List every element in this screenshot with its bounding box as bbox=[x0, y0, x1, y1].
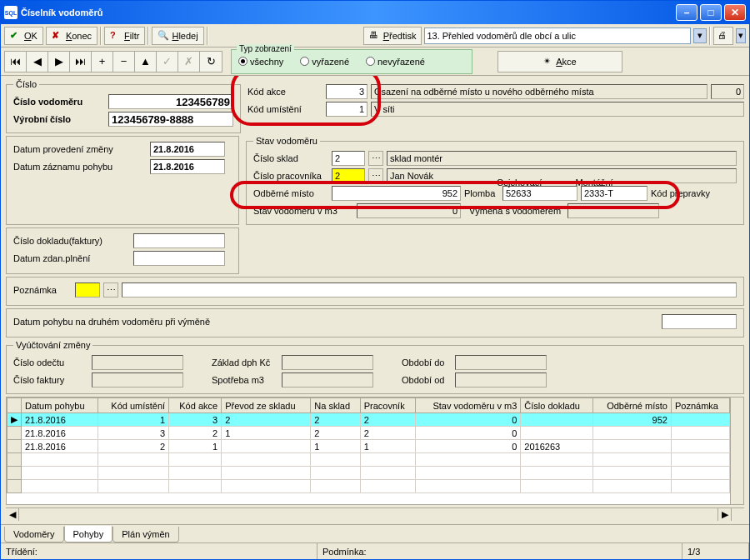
plomba-mont-field[interactable]: 2333-T bbox=[581, 186, 648, 201]
grid-header[interactable]: Kód akce bbox=[169, 398, 222, 413]
typ-zobrazeni-legend: Typ zobrazení bbox=[237, 44, 294, 53]
datum-zaznamu-field[interactable]: 21.8.2016 bbox=[150, 159, 225, 174]
nav-prev[interactable]: ◀ bbox=[27, 52, 48, 72]
stav-vodomeru-group: Stav vodoměru Číslo sklad 2 ⋯ sklad mont… bbox=[246, 136, 744, 225]
plomba-cejch-field[interactable]: 52633 bbox=[502, 186, 578, 201]
lbl-montazni: Montážní bbox=[575, 178, 612, 188]
datum-zdan-field[interactable] bbox=[133, 251, 225, 266]
lbl-plomba: Plomba bbox=[464, 188, 499, 198]
lbl-cislo-pracovnika: Číslo pracovníka bbox=[253, 171, 328, 181]
print-button[interactable]: 🖨 bbox=[713, 27, 733, 45]
lbl-cislo-vodomeru: Číslo vodoměru bbox=[13, 97, 105, 107]
radio-vyrazene[interactable]: vyřazené bbox=[300, 57, 349, 67]
nav-last[interactable]: ⏭ bbox=[70, 52, 92, 72]
grid-header[interactable]: Na sklad bbox=[311, 398, 360, 413]
poznamka-code-field[interactable] bbox=[75, 282, 100, 298]
grid-header[interactable]: Datum pohybu bbox=[22, 398, 98, 413]
table-row[interactable] bbox=[8, 467, 730, 480]
cislo-vodomeru-field[interactable]: 123456789 bbox=[108, 94, 233, 109]
grid-vscroll[interactable] bbox=[730, 398, 743, 504]
pracovnik-lookup-button[interactable]: ⋯ bbox=[368, 168, 383, 183]
highlight-oval-1 bbox=[231, 76, 381, 126]
grid-header[interactable]: Kód umístění bbox=[98, 398, 169, 413]
nav-edit[interactable]: ▲ bbox=[135, 52, 157, 72]
window-title: Číselník vodoměrů bbox=[21, 8, 676, 18]
nav-add[interactable]: + bbox=[92, 52, 113, 72]
spotreba-m3-field bbox=[282, 372, 373, 388]
table-row[interactable]: 21.8.2016211102016263 bbox=[8, 440, 730, 453]
doklad-panel: Číslo dokladu(faktury) Datum zdan.plnění bbox=[6, 228, 239, 274]
zaklad-dph-field bbox=[282, 355, 373, 370]
vyrobni-cislo-field[interactable]: 123456789-8888 bbox=[108, 112, 233, 127]
grid-header[interactable]: Číslo dokladu bbox=[521, 398, 593, 413]
lbl-kod-prepravky: Kód přepravky bbox=[651, 188, 737, 198]
nav-post[interactable]: ✓ bbox=[157, 52, 178, 72]
cislo-sklad-field[interactable]: 2 bbox=[332, 151, 365, 166]
print-dropdown[interactable]: ▾ bbox=[736, 28, 746, 43]
kod-umisteni-field[interactable]: 1 bbox=[326, 102, 368, 117]
lbl-stav-m3: Stav vodoměru v m3 bbox=[253, 206, 353, 216]
tab-plan-vymen[interactable]: Plán výměn bbox=[112, 527, 178, 542]
nav-cancel[interactable]: ✗ bbox=[178, 52, 200, 72]
nav-first[interactable]: ⏮ bbox=[5, 52, 27, 72]
radio-nevyrazene[interactable]: nevyřazené bbox=[366, 57, 425, 67]
vyuctovani-group: Vyúčtování změny Číslo odečtu Základ dph… bbox=[6, 340, 744, 394]
lbl-datum-zdan: Datum zdan.plnění bbox=[13, 253, 130, 263]
wand-icon: ✴ bbox=[543, 56, 551, 67]
cislo-dokladu-field[interactable] bbox=[133, 233, 225, 248]
record-navigator: ⏮ ◀ ▶ ⏭ + − ▲ ✓ ✗ ↻ bbox=[4, 51, 222, 72]
filtr-button[interactable]: ?Filtr bbox=[104, 27, 145, 45]
table-row[interactable]: ▶21.8.2016132220952 bbox=[8, 413, 730, 427]
maximize-button[interactable]: □ bbox=[700, 4, 722, 21]
grid-hscroll[interactable]: ◀ ▶ bbox=[6, 508, 744, 521]
poznamka-lookup-button[interactable]: ⋯ bbox=[103, 282, 118, 298]
table-row[interactable] bbox=[8, 453, 730, 467]
report-combo[interactable]: 13. Přehled vodoměrů dle obcí a ulic bbox=[424, 28, 691, 44]
radio-vsechny[interactable]: všechny bbox=[238, 57, 283, 67]
report-combo-arrow[interactable]: ▾ bbox=[693, 28, 707, 43]
minimize-button[interactable]: – bbox=[676, 4, 698, 21]
lbl-spotreba-m3: Spotřeba m3 bbox=[187, 375, 278, 385]
nav-refresh[interactable]: ↻ bbox=[200, 52, 222, 72]
vsiti-text: V síti bbox=[371, 102, 744, 117]
datum-pohybu-druhy-field[interactable] bbox=[662, 314, 737, 329]
osazeni-text: Osazení na odběrné místo u nového odběrn… bbox=[371, 84, 708, 99]
akce-button[interactable]: ✴Akce bbox=[498, 51, 622, 72]
tab-pohyby[interactable]: Pohyby bbox=[64, 526, 113, 542]
sklad-lookup-button[interactable]: ⋯ bbox=[368, 151, 383, 166]
radio-dot-icon bbox=[366, 57, 375, 66]
datum-provedeni-field[interactable]: 21.8.2016 bbox=[150, 142, 225, 157]
kod-akce-field[interactable]: 3 bbox=[326, 84, 368, 99]
cislo-pracovnika-field[interactable]: 2 bbox=[332, 168, 365, 183]
konec-button[interactable]: ✘Konec bbox=[46, 27, 98, 45]
poznamka-text-field[interactable] bbox=[122, 282, 737, 298]
grid-header[interactable]: Odběrné místo bbox=[593, 398, 672, 413]
hledej-button[interactable]: 🔍Hledej bbox=[152, 27, 203, 45]
obdobi-do-field bbox=[455, 355, 547, 370]
pohyby-grid[interactable]: Datum pohybuKód umístěníKód akcePřevod z… bbox=[6, 397, 744, 505]
binoculars-icon: 🔍 bbox=[158, 30, 169, 42]
osazeni-value: 0 bbox=[711, 84, 744, 99]
lbl-kod-akce: Kód akce bbox=[248, 87, 322, 97]
table-row[interactable]: 21.8.2016321220 bbox=[8, 427, 730, 440]
content-area: Číslo Číslo vodoměru 123456789 Výrobní č… bbox=[1, 76, 749, 524]
cislo-odectu-field bbox=[92, 355, 183, 370]
lbl-datum-pohybu-druhy: Datum pohybu na druhém vodoměru při výmě… bbox=[13, 317, 658, 327]
grid-header[interactable]: Poznámka bbox=[671, 398, 729, 413]
nav-next[interactable]: ▶ bbox=[48, 52, 70, 72]
close-button[interactable]: ✕ bbox=[724, 4, 746, 21]
grid-header[interactable]: Stav vodoměru v m3 bbox=[416, 398, 521, 413]
ok-button[interactable]: ✔OK bbox=[4, 27, 43, 45]
lbl-cejchovaci: Cejchovací bbox=[497, 178, 542, 188]
main-toolbar: ✔OK ✘Konec ?Filtr 🔍Hledej 🖶Předtisk 13. … bbox=[1, 24, 749, 48]
grid-table: Datum pohybuKód umístěníKód akcePřevod z… bbox=[7, 398, 730, 493]
odberne-misto-field[interactable]: 952 bbox=[332, 186, 461, 201]
predtisk-button[interactable]: 🖶Předtisk bbox=[363, 27, 422, 45]
radio-dot-icon bbox=[300, 57, 309, 66]
table-row[interactable] bbox=[8, 480, 730, 493]
question-icon: ? bbox=[110, 30, 122, 42]
nav-delete[interactable]: − bbox=[113, 52, 135, 72]
tab-vodomery[interactable]: Vodoměry bbox=[4, 527, 64, 542]
grid-header[interactable]: Pracovník bbox=[360, 398, 415, 413]
grid-header[interactable]: Převod ze skladu bbox=[222, 398, 311, 413]
